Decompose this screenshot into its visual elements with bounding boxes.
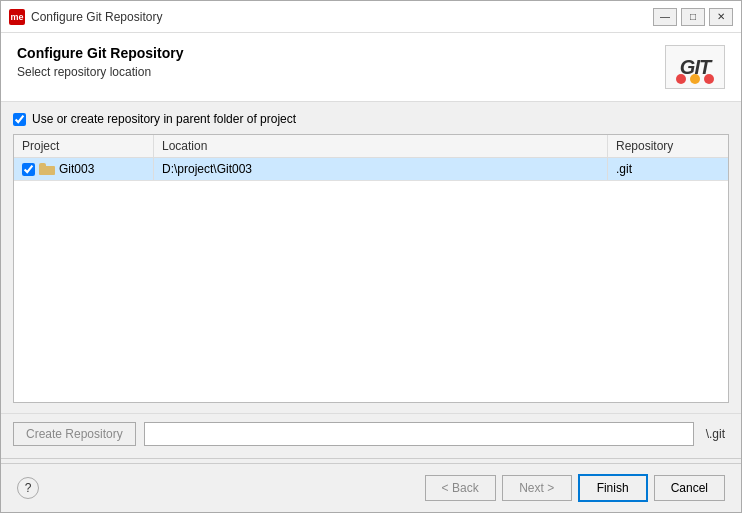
configure-git-dialog: me Configure Git Repository — □ ✕ Config…: [0, 0, 742, 513]
table-row[interactable]: Git003 D:\project\Git003 .git: [14, 158, 728, 181]
title-bar-text: Configure Git Repository: [31, 10, 647, 24]
button-bar: ? < Back Next > Finish Cancel: [1, 463, 741, 512]
col-location: Location: [154, 135, 608, 157]
navigation-buttons: < Back Next > Finish Cancel: [425, 474, 725, 502]
repository-value: .git: [616, 162, 632, 176]
table-header: Project Location Repository: [14, 135, 728, 158]
git-dot-red: [676, 74, 686, 84]
cell-repository: .git: [608, 158, 728, 180]
page-title: Configure Git Repository: [17, 45, 183, 61]
git-suffix-label: \.git: [702, 427, 729, 441]
page-subtitle: Select repository location: [17, 65, 183, 79]
create-repository-button[interactable]: Create Repository: [13, 422, 136, 446]
folder-icon: [39, 163, 55, 175]
col-repository: Repository: [608, 135, 728, 157]
help-button[interactable]: ?: [17, 477, 39, 499]
cell-location: D:\project\Git003: [154, 158, 608, 180]
app-icon: me: [9, 9, 25, 25]
project-name: Git003: [59, 162, 94, 176]
project-location: D:\project\Git003: [162, 162, 252, 176]
bottom-bar: Create Repository \.git: [1, 413, 741, 454]
next-button[interactable]: Next >: [502, 475, 572, 501]
cell-project: Git003: [14, 158, 154, 180]
title-bar: me Configure Git Repository — □ ✕: [1, 1, 741, 33]
header-section: Configure Git Repository Select reposito…: [1, 33, 741, 102]
checkbox-row: Use or create repository in parent folde…: [13, 112, 729, 126]
maximize-button[interactable]: □: [681, 8, 705, 26]
table-body: Git003 D:\project\Git003 .git: [14, 158, 728, 402]
content-area: Use or create repository in parent folde…: [1, 102, 741, 413]
finish-button[interactable]: Finish: [578, 474, 648, 502]
project-table: Project Location Repository Git003 D:\pr…: [13, 134, 729, 403]
cancel-button[interactable]: Cancel: [654, 475, 725, 501]
close-button[interactable]: ✕: [709, 8, 733, 26]
row-checkbox[interactable]: [22, 163, 35, 176]
divider: [1, 458, 741, 459]
git-logo-dots: [676, 74, 714, 84]
header-text: Configure Git Repository Select reposito…: [17, 45, 183, 79]
parent-folder-checkbox[interactable]: [13, 113, 26, 126]
minimize-button[interactable]: —: [653, 8, 677, 26]
back-button[interactable]: < Back: [425, 475, 496, 501]
col-project: Project: [14, 135, 154, 157]
git-logo: GIT: [665, 45, 725, 89]
checkbox-label: Use or create repository in parent folde…: [32, 112, 296, 126]
git-dot-orange: [690, 74, 700, 84]
window-controls: — □ ✕: [653, 8, 733, 26]
git-dot-red2: [704, 74, 714, 84]
repository-path-input[interactable]: [144, 422, 694, 446]
